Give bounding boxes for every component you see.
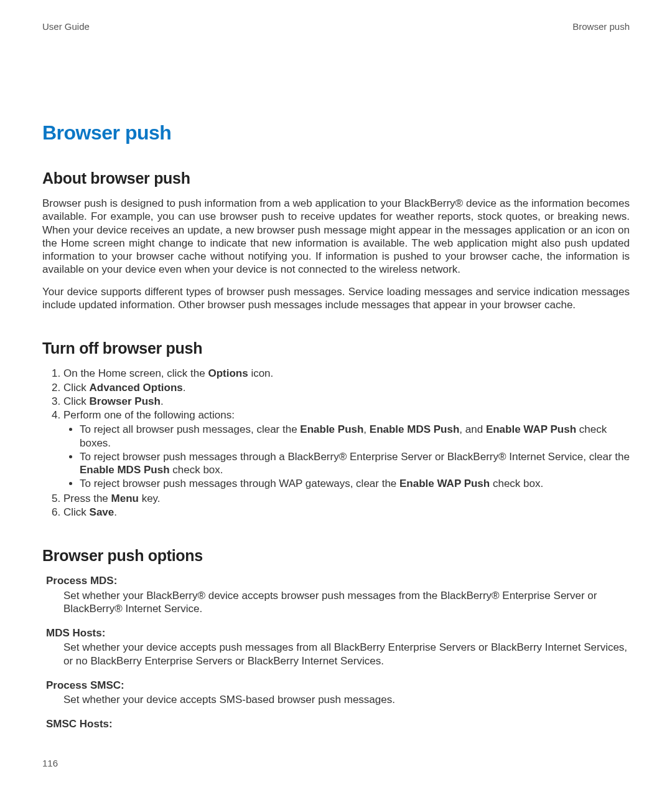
bold-text: Enable MDS Push	[370, 423, 460, 435]
step-text: Click	[63, 382, 90, 394]
header-right: Browser push	[572, 21, 630, 33]
list-item: Perform one of the following actions: To…	[63, 408, 630, 491]
step-text: , and	[459, 423, 486, 435]
step-text: Press the	[63, 493, 111, 504]
step-text: Click	[63, 506, 90, 518]
chapter-title: Browser push	[42, 120, 630, 145]
bold-text: Options	[208, 367, 248, 379]
step-text: .	[161, 395, 164, 407]
step-text: To reject browser push messages through …	[80, 451, 630, 463]
header-left: User Guide	[42, 21, 90, 33]
bold-text: Menu	[111, 493, 139, 504]
list-item: To reject browser push messages through …	[80, 477, 630, 490]
list-item: On the Home screen, click the Options ic…	[63, 367, 630, 380]
bold-text: Enable MDS Push	[80, 464, 170, 476]
step-text: .	[183, 382, 186, 394]
page-header: User Guide Browser push	[42, 21, 630, 33]
term-label: SMSC Hosts:	[46, 717, 630, 730]
term-label: Process SMSC:	[46, 679, 630, 692]
bold-text: Advanced Options	[90, 382, 183, 394]
list-item: To reject browser push messages through …	[80, 450, 630, 477]
paragraph: Browser push is designed to push informa…	[42, 197, 630, 276]
step-text: Perform one of the following actions:	[63, 409, 235, 421]
paragraph: Your device supports different types of …	[42, 285, 630, 312]
document-page: User Guide Browser push Browser push Abo…	[0, 0, 672, 807]
step-text: check box.	[490, 478, 543, 489]
step-text: Click	[63, 395, 90, 407]
bold-text: Save	[90, 506, 114, 518]
bold-text: Enable WAP Push	[486, 423, 576, 435]
steps-list: On the Home screen, click the Options ic…	[42, 367, 630, 519]
term-definition: Set whether your device accepts SMS-base…	[63, 693, 630, 706]
term-definition: Set whether your device accepts push mes…	[63, 641, 630, 668]
list-item: Click Browser Push.	[63, 395, 630, 408]
bold-text: Enable Push	[300, 423, 363, 435]
list-item: Press the Menu key.	[63, 492, 630, 505]
section-heading-about: About browser push	[42, 169, 630, 188]
list-item: To reject all browser push messages, cle…	[80, 423, 630, 450]
bold-text: Browser Push	[90, 395, 161, 407]
step-text: To reject browser push messages through …	[80, 478, 399, 489]
step-text: icon.	[248, 367, 274, 379]
definitions-list: Process MDS: Set whether your BlackBerry…	[42, 574, 630, 730]
step-text: ,	[363, 423, 369, 435]
step-text: .	[114, 506, 117, 518]
sub-list: To reject all browser push messages, cle…	[63, 423, 630, 490]
step-text: On the Home screen, click the	[63, 367, 208, 379]
step-text: check box.	[170, 464, 223, 476]
page-number: 116	[42, 758, 58, 770]
step-text: key.	[139, 493, 161, 504]
section-heading-turn-off: Turn off browser push	[42, 339, 630, 358]
term-definition: Set whether your BlackBerry® device acce…	[63, 589, 630, 616]
term-label: Process MDS:	[46, 574, 630, 587]
step-text: To reject all browser push messages, cle…	[80, 423, 300, 435]
list-item: Click Advanced Options.	[63, 381, 630, 394]
term-label: MDS Hosts:	[46, 626, 630, 639]
list-item: Click Save.	[63, 506, 630, 519]
bold-text: Enable WAP Push	[399, 478, 490, 489]
section-heading-options: Browser push options	[42, 546, 630, 565]
